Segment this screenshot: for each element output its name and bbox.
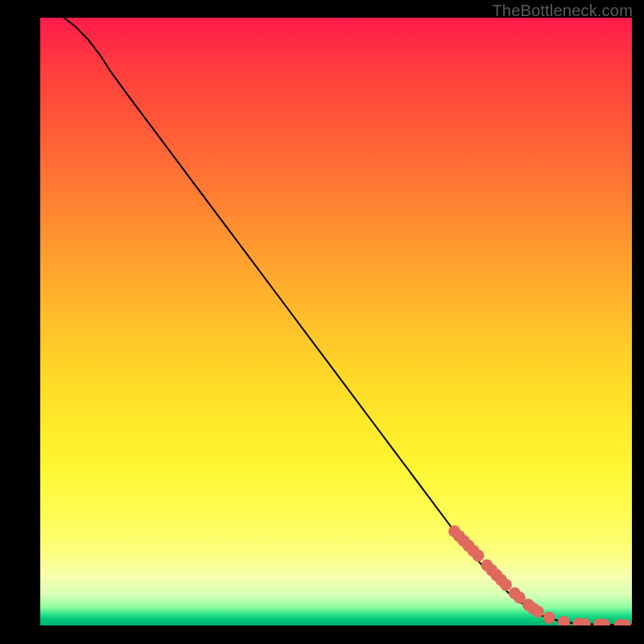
curve-line — [64, 18, 632, 625]
data-point — [532, 605, 544, 617]
chart-overlay-svg — [40, 18, 632, 625]
watermark-text: TheBottleneck.com — [492, 2, 633, 20]
data-point — [543, 612, 555, 624]
data-point — [472, 550, 484, 562]
data-point — [500, 579, 512, 591]
plot-area — [40, 18, 632, 625]
chart-stage: TheBottleneck.com — [0, 0, 644, 644]
highlighted-points — [448, 525, 631, 625]
data-point — [558, 616, 570, 625]
